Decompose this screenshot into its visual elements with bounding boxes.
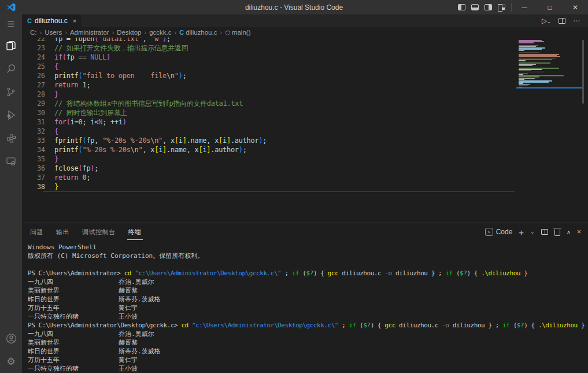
code-text: printf("fail to open file\n"); (54, 71, 187, 80)
editor-scrollbar[interactable] (582, 40, 584, 104)
run-button[interactable]: ▷⌄ (542, 17, 551, 25)
c-file-icon: C (179, 29, 184, 36)
panel-tab-item[interactable]: 调试控制台 (81, 224, 117, 240)
code-token: ) (239, 146, 243, 154)
run-and-debug-icon[interactable] (0, 104, 22, 127)
toggle-primary-sidebar-icon[interactable] (458, 4, 465, 10)
code-token: // 如果打开文件失败，输出提示信息并返回 (54, 44, 188, 52)
kill-terminal-icon[interactable] (554, 230, 560, 236)
breadcrumb-item[interactable]: Users (45, 29, 62, 36)
minimap-slider-line (516, 87, 583, 88)
code-token: x (171, 136, 175, 145)
code-line: 22fp = fopen("data1.txt", "w"); (22, 38, 588, 43)
breadcrumb-item[interactable]: Desktop (117, 29, 141, 36)
code-token: "%-20s %-20s (102, 136, 150, 145)
split-editor-icon[interactable] (559, 18, 565, 24)
panel-tab-item[interactable]: 问题 (29, 224, 45, 240)
code-token: ++ (110, 118, 119, 126)
code-token: name (171, 146, 187, 154)
breadcrumb-item[interactable]: Administrator (70, 29, 109, 36)
code-line: 37return 0; (22, 173, 588, 182)
split-terminal-icon[interactable] (541, 229, 548, 235)
breadcrumb-item[interactable]: gcckk.c (149, 29, 171, 36)
code-token: ; (86, 173, 90, 182)
new-terminal-icon[interactable]: + (519, 227, 524, 237)
symbol-method-icon: ⬡ (225, 29, 230, 36)
toggle-panel-icon[interactable] (471, 4, 479, 10)
account-icon[interactable] (0, 327, 22, 350)
terminal-token: .\diliuzhou (481, 269, 520, 277)
tab-diliuzhou[interactable]: C diliuzhou.c × (22, 14, 81, 27)
code-token: ; (262, 136, 267, 145)
code-token: "%-20s %-20s (83, 146, 131, 154)
tab-label: diliuzhou.c (35, 17, 68, 25)
code-token: ( (79, 164, 83, 172)
code-token: , (162, 136, 171, 145)
panel-tab-item[interactable]: 输出 (55, 224, 71, 240)
terminal-token: diliuzhou.c (338, 269, 384, 277)
breadcrumb-file[interactable]: diliuzhou.c (186, 29, 217, 36)
breadcrumb-item[interactable]: C: (30, 29, 37, 36)
code-token: return (54, 173, 79, 182)
book-row: 一九八四乔治.奥威尔 (28, 330, 588, 338)
search-icon[interactable] (0, 57, 22, 80)
code-text: } (54, 182, 58, 191)
close-panel-icon[interactable]: × (577, 228, 581, 236)
source-control-icon[interactable] (0, 80, 22, 104)
book-row: 万历十五年黄仁宇 (28, 356, 588, 364)
minimap[interactable] (516, 39, 583, 87)
code-text: } (54, 90, 58, 99)
maximize-button[interactable]: □ (537, 0, 563, 14)
terminal-token: cd (181, 322, 188, 329)
code-token: ; (243, 146, 247, 154)
code-text: { (54, 127, 58, 136)
explorer-icon[interactable] (0, 34, 22, 57)
code-token: for (54, 118, 66, 126)
vscode-window: diliuzhou.c - Visual Studio Code ─ □ ✕ ☰ (0, 0, 588, 373)
code-line: 34printf("%-20s %-20s\n", x[i].name, x[i… (22, 145, 588, 154)
terminal-profile-dropdown[interactable]: > Code (485, 228, 513, 236)
code-token: . (187, 136, 191, 145)
terminal-output[interactable]: Windows PowerShell版权所有 (C) Microsoft Cor… (22, 241, 588, 373)
code-token: ) (179, 72, 183, 80)
remote-explorer-icon[interactable] (0, 150, 22, 173)
book-row: 一只特立独行的猪王小波 (28, 364, 588, 373)
terminal-token: -o (384, 269, 391, 277)
panel-tab-active[interactable]: 终端 (127, 224, 143, 240)
terminal-dropdown-chevron-icon[interactable]: ⌄ (530, 229, 535, 235)
customize-layout-icon[interactable] (498, 4, 505, 10)
close-window-button[interactable]: ✕ (563, 0, 588, 14)
minimize-button[interactable]: ─ (512, 0, 537, 14)
tab-close-icon[interactable]: × (73, 17, 76, 24)
breadcrumb[interactable]: C:›Users›Administrator›Desktop›gcckk.c›C… (22, 27, 588, 38)
book-row: 万历十五年黄仁宇 (28, 304, 588, 312)
code-token: NULL (90, 53, 106, 61)
code-token: i (223, 136, 227, 145)
code-token: { (54, 127, 58, 135)
book-author: 黄仁宇 (119, 356, 138, 364)
code-token: printf (54, 72, 79, 80)
terminal-profile-label: Code (496, 228, 513, 236)
code-line: 23// 如果打开文件失败，输出提示信息并返回 (22, 43, 588, 53)
maximize-panel-icon[interactable]: ∧ (567, 229, 571, 235)
code-line: 35} (22, 154, 588, 164)
code-token: fprintf (54, 136, 82, 145)
terminal-token: ) { (371, 322, 385, 329)
line-number: 31 (22, 117, 45, 127)
terminal-line (28, 260, 588, 269)
line-number: 24 (22, 53, 45, 62)
terminal-token: ) { (313, 269, 328, 277)
minimap-row (519, 65, 532, 67)
book-row: 一只特立独行的猪王小波 (28, 312, 588, 321)
tab-bar: C diliuzhou.c × ▷⌄ ⋯ (22, 14, 588, 27)
toggle-secondary-sidebar-icon[interactable] (485, 4, 492, 10)
line-number: 33 (22, 136, 45, 145)
menu-icon[interactable]: ☰ (0, 14, 22, 34)
more-actions-icon[interactable]: ⋯ (573, 17, 580, 25)
breadcrumb-symbol[interactable]: main() (232, 29, 251, 36)
extensions-icon[interactable] (0, 127, 22, 150)
code-editor[interactable]: 22fp = fopen("data1.txt", "w");23// 如果打开… (22, 38, 588, 223)
minimap-row (519, 84, 530, 86)
code-token: . (167, 146, 171, 154)
settings-gear-icon[interactable]: ⚙ (0, 350, 22, 373)
